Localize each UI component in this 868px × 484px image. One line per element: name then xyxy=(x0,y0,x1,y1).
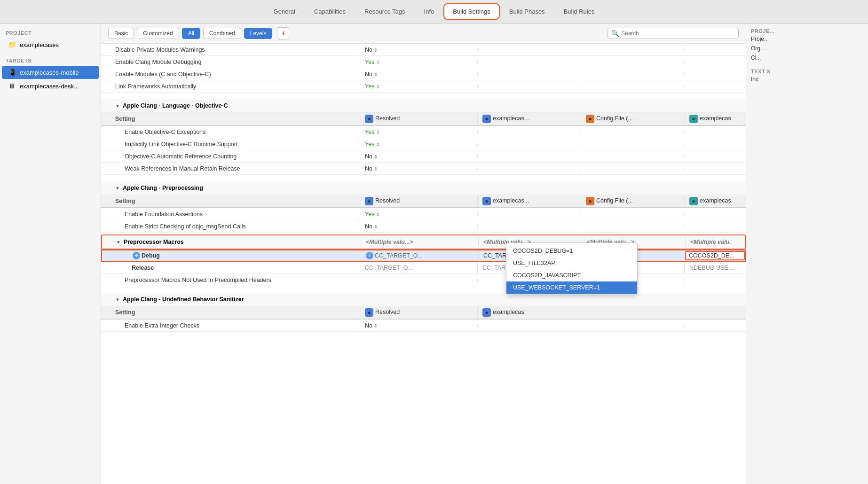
section-header-objc[interactable]: ▼Apple Clang - Language - Objective-C xyxy=(101,99,746,113)
filter-combined[interactable]: Combined xyxy=(203,28,241,39)
col-header-resolved-3: ●Resolved xyxy=(360,307,477,318)
setting-name: Implicitly Link Objective-C Runtime Supp… xyxy=(101,140,360,149)
debug-t3: COCOS2D_DE... xyxy=(685,251,745,260)
popup-item-1[interactable]: USE_FILE32API xyxy=(506,257,637,269)
section-header-preprocessing[interactable]: ▼Apple Clang - Preprocessing xyxy=(101,181,746,195)
sidebar-target2[interactable]: 🖥 examplecases-desk... xyxy=(2,79,99,93)
tab-build-rules[interactable]: Build Rules xyxy=(554,3,604,20)
table-row[interactable]: Objective-C Automatic Reference Counting… xyxy=(101,150,746,163)
setting-t3 xyxy=(684,73,746,76)
setting-name: Enable Modules (C and Objective-C) xyxy=(101,70,360,79)
filter-customized[interactable]: Customized xyxy=(137,28,179,39)
setting-name: Link Frameworks Automatically xyxy=(101,82,360,91)
table-row[interactable]: Enable Objective-C Exceptions Yes ⇕ xyxy=(101,126,746,138)
debug-setting-name: +Debug xyxy=(102,250,361,261)
setting-t1 xyxy=(477,167,581,170)
add-icon: + xyxy=(133,252,140,259)
table-row[interactable]: Implicitly Link Objective-C Runtime Supp… xyxy=(101,138,746,150)
setting-resolved: Yes ⇕ xyxy=(360,57,477,67)
t3-icon-2: ● xyxy=(689,197,698,205)
setting-t1 xyxy=(477,143,581,146)
setting-t3 xyxy=(684,213,746,216)
setting-resolved: No ⇕ xyxy=(360,321,477,330)
col-header-t2-3 xyxy=(581,311,684,314)
settings-table: Disable Private Modules Warnings No ⇕ En… xyxy=(101,44,746,484)
col-header-t2-2: ●Config.File (... xyxy=(581,195,684,207)
class-value: Cl... xyxy=(751,55,863,61)
section-title: ▼Apple Clang - Preprocessing xyxy=(101,183,360,193)
section-header-ub[interactable]: ▼Apple Clang - Undefined Behavior Saniti… xyxy=(101,293,746,306)
right-panel-project-section: Proje... Proje... Org... Cl... xyxy=(751,28,863,61)
setting-t3 xyxy=(684,85,746,88)
tab-capabilities[interactable]: Capabilities xyxy=(305,3,355,20)
search-input[interactable] xyxy=(621,30,734,37)
t1-icon-3: ● xyxy=(482,308,491,317)
release-row[interactable]: Release CC_TARGET_O... CC_TARGET_O... CC… xyxy=(101,262,746,274)
setting-resolved: Yes ⇕ xyxy=(360,127,477,137)
popup-item-3[interactable]: USE_WEBSOCKET_SERVER=1 xyxy=(506,281,637,294)
release-resolved: CC_TARGET_O... xyxy=(360,263,477,273)
search-icon: 🔍 xyxy=(611,30,619,37)
table-row[interactable]: Enable Strict Checking of objc_msgSend C… xyxy=(101,220,746,233)
setting-t2 xyxy=(581,225,684,228)
col-header-t3-2: ●examplecas. xyxy=(684,195,746,207)
tab-build-phases[interactable]: Build Phases xyxy=(500,3,554,20)
setting-t1 xyxy=(477,213,581,216)
sidebar: PROJECT 📁 examplecases TARGETS 📱 example… xyxy=(0,23,101,484)
sidebar-target1[interactable]: 📱 examplecases-mobile xyxy=(2,66,99,79)
column-header-row: Setting ●Resolved ●examplecas... ●Config… xyxy=(101,113,746,126)
setting-t1 xyxy=(477,225,581,228)
filter-all[interactable]: All xyxy=(182,28,200,39)
resolved-icon-3: ● xyxy=(365,308,373,317)
t2-icon-2: ● xyxy=(586,197,594,205)
setting-t2 xyxy=(581,85,684,88)
filter-basic[interactable]: Basic xyxy=(108,28,134,39)
section-header-preprocessor[interactable]: ▼Preprocessor Macros <Multiple valu...> … xyxy=(101,234,746,250)
tab-info[interactable]: Info xyxy=(415,3,444,20)
setting-t3 xyxy=(684,279,746,281)
debug-resolved: +CC_TARGET_O... xyxy=(361,250,478,261)
setting-t3 xyxy=(684,324,746,327)
setting-t2 xyxy=(581,213,684,216)
right-panel-class: Cl... xyxy=(751,55,863,61)
inc-value: Inc xyxy=(751,76,863,83)
right-panel-text-section: Text S Inc xyxy=(751,69,863,83)
setting-t3 xyxy=(684,131,746,133)
setting-t2 xyxy=(581,143,684,146)
section-title-ub: ▼Apple Clang - Undefined Behavior Saniti… xyxy=(101,295,360,304)
popup-item-2[interactable]: COCOS2D_JAVASCRIPT xyxy=(506,269,637,281)
col-header-t3-3 xyxy=(684,311,746,314)
setting-resolved: No ⇕ xyxy=(360,152,477,161)
table-row[interactable]: Disable Private Modules Warnings No ⇕ xyxy=(101,44,746,56)
preprocessor-macros-title: ▼Preprocessor Macros xyxy=(102,237,361,247)
table-row[interactable]: Link Frameworks Automatically Yes ⇕ xyxy=(101,80,746,93)
table-row[interactable]: Enable Clang Module Debugging Yes ⇕ xyxy=(101,56,746,68)
resolved-icon-2: ● xyxy=(365,197,373,205)
setting-name: Enable Foundation Assertions xyxy=(101,210,360,219)
col-header-setting-3: Setting xyxy=(101,308,360,317)
filter-levels[interactable]: Levels xyxy=(244,28,273,39)
popup-item-0[interactable]: COCOS2D_DEBUG=1 xyxy=(506,245,637,257)
add-filter-button[interactable]: + xyxy=(277,27,289,39)
tab-general[interactable]: General xyxy=(264,3,305,20)
debug-row[interactable]: +Debug +CC_TARGET_O... CC_TARGET_O... CC… xyxy=(101,250,746,262)
setting-name: Enable Extra Integer Checks xyxy=(101,321,360,330)
table-row[interactable]: Weak References in Manual Retain Release… xyxy=(101,163,746,175)
col-header-t1-3: ●examplecas xyxy=(477,307,581,318)
tab-resource-tags[interactable]: Resource Tags xyxy=(355,3,414,20)
tab-build-settings[interactable]: Build Settings xyxy=(443,3,500,20)
setting-t3 xyxy=(684,61,746,63)
table-row[interactable]: Enable Extra Integer Checks No ⇕ xyxy=(101,320,746,332)
table-row[interactable]: Preprocessor Macros Not Used In Precompi… xyxy=(101,274,746,286)
table-row[interactable]: Enable Modules (C and Objective-C) No ⇕ xyxy=(101,68,746,80)
table-row[interactable]: Enable Foundation Assertions Yes ⇕ xyxy=(101,208,746,220)
content-area: Basic Customized All Combined Levels + 🔍… xyxy=(101,23,746,484)
setting-resolved: No ⇕ xyxy=(360,70,477,79)
main-area: PROJECT 📁 examplecases TARGETS 📱 example… xyxy=(0,23,868,484)
col-header-resolved: ●Resolved xyxy=(360,113,477,125)
setting-resolved: No ⇕ xyxy=(360,45,477,55)
t1-icon-2: ● xyxy=(482,197,491,205)
search-container: 🔍 xyxy=(607,28,739,39)
sidebar-project-item[interactable]: 📁 examplecases xyxy=(2,38,99,51)
setting-t2 xyxy=(581,73,684,76)
